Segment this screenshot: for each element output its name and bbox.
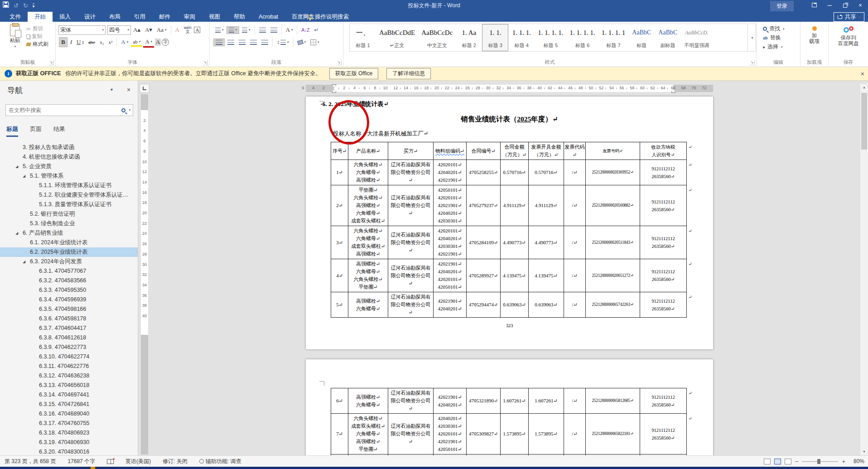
ribbon-tab-设计[interactable]: 设计 bbox=[77, 12, 102, 22]
document-page-1[interactable]: ·6. 2. 2025年业绩统计表↵ 销售业绩统计表（2025年度）↵ 投标人名… bbox=[306, 97, 713, 349]
search-options-chevron-icon[interactable]: ▾ bbox=[129, 108, 130, 112]
restore-button[interactable] bbox=[837, 0, 853, 12]
styles-dialog-launcher-icon[interactable]: ↘ bbox=[750, 60, 755, 65]
nav-heading-item[interactable]: 6.3.13. 4704656018 bbox=[0, 381, 138, 390]
close-button[interactable]: × bbox=[853, 0, 868, 12]
ribbon-tab-文件[interactable]: 文件 bbox=[3, 12, 28, 22]
accessibility-status[interactable]: 辅助功能: 调查 bbox=[199, 458, 241, 465]
line-spacing-button[interactable]: ↕▾ bbox=[275, 38, 291, 46]
clear-formatting-button[interactable]: A bbox=[174, 25, 181, 34]
character-shading-button[interactable]: A bbox=[155, 39, 161, 46]
ribbon-tab-开始[interactable]: 开始 bbox=[28, 12, 53, 22]
nav-heading-item[interactable]: 6.3.6. 4704598178 bbox=[0, 314, 138, 324]
nav-tab-结果[interactable]: 结果 bbox=[53, 125, 65, 137]
bold-button[interactable]: B bbox=[59, 37, 68, 47]
nav-heading-item[interactable]: 5.1.2. 职业健康安全管理体系认证… bbox=[0, 190, 138, 200]
expand-triangle-icon[interactable]: ◢ bbox=[15, 228, 18, 238]
enclose-characters-button[interactable]: 字 bbox=[162, 39, 169, 46]
nav-heading-item[interactable]: 6.3.11. 4704622776 bbox=[0, 362, 138, 371]
proofing-errors-icon[interactable] bbox=[107, 459, 114, 464]
subscript-button[interactable]: x₂ bbox=[98, 39, 106, 46]
page-count-status[interactable]: 第 323 页，共 658 页 bbox=[5, 458, 56, 465]
shrink-font-button[interactable]: A▾ bbox=[143, 25, 154, 34]
nav-heading-item[interactable]: 6.3.18. 4704806923 bbox=[0, 428, 138, 438]
copy-button[interactable]: 复制 bbox=[26, 33, 48, 40]
nav-heading-item[interactable]: ◢5. 企业资质 bbox=[0, 162, 138, 171]
paste-button[interactable]: 粘贴 ▾ bbox=[5, 24, 25, 57]
zoom-percentage[interactable]: 80% bbox=[849, 458, 864, 464]
zoom-slider[interactable] bbox=[802, 461, 838, 462]
share-button[interactable]: 共享 ▾ bbox=[834, 12, 864, 22]
expand-triangle-icon[interactable]: ◢ bbox=[23, 257, 25, 266]
style-item[interactable]: 一、标题 1 bbox=[350, 24, 376, 51]
tell-me-search[interactable]: 操作说明搜索 bbox=[308, 12, 349, 22]
style-item[interactable]: 1. 1.标题 3 bbox=[482, 24, 508, 51]
addins-button[interactable]: 加 载项 bbox=[800, 26, 828, 44]
style-item[interactable]: 1. 1. 1. 1.标题 6 bbox=[567, 24, 598, 51]
learn-more-button[interactable]: 了解详细信息 bbox=[386, 68, 431, 79]
change-case-button[interactable]: Aa▾ bbox=[155, 25, 169, 34]
nav-heading-item[interactable]: 6.3.12. 4704636238 bbox=[0, 371, 138, 381]
nav-heading-item[interactable]: 6.3.10. 4704622774 bbox=[0, 352, 138, 362]
ribbon-tab-引用[interactable]: 引用 bbox=[127, 12, 152, 22]
minimize-button[interactable]: ─ bbox=[822, 0, 837, 12]
style-item[interactable]: AaBbCcDdE↵正文 bbox=[376, 24, 418, 51]
show-marks-button[interactable]: ↵ bbox=[312, 26, 320, 34]
increase-indent-button[interactable] bbox=[269, 27, 279, 34]
style-item[interactable]: AaBbCcDc中文正文 bbox=[418, 24, 456, 51]
style-item[interactable]: AaBbC副标题 bbox=[655, 24, 681, 51]
zoom-out-icon[interactable]: − bbox=[795, 458, 799, 465]
align-center-button[interactable] bbox=[226, 39, 236, 46]
vertical-scrollbar[interactable]: ▴ ▾ bbox=[860, 84, 868, 455]
grow-font-button[interactable]: A▴ bbox=[131, 25, 142, 34]
sort-button[interactable]: A↓Z bbox=[299, 27, 311, 34]
nav-heading-item[interactable]: 6.3.17. 4704760755 bbox=[0, 419, 138, 428]
nav-heading-item[interactable]: 6.3.2. 4704583566 bbox=[0, 276, 138, 285]
tab-selector-icon[interactable] bbox=[140, 84, 149, 93]
ribbon-tab-视图[interactable]: 视图 bbox=[202, 12, 227, 22]
expand-triangle-icon[interactable]: ◢ bbox=[23, 171, 25, 181]
ribbon-tab-审阅[interactable]: 审阅 bbox=[177, 12, 202, 22]
nav-heading-item[interactable]: 6.1. 2024年业绩统计表 bbox=[0, 238, 138, 247]
character-border-button[interactable]: A bbox=[194, 27, 200, 33]
distribute-button[interactable] bbox=[260, 39, 270, 46]
format-painter-button[interactable]: 格式刷 bbox=[26, 41, 48, 48]
nav-heading-item[interactable]: 6.3.4. 4704596939 bbox=[0, 295, 138, 305]
login-button[interactable]: 登录 bbox=[770, 1, 794, 11]
nav-heading-item[interactable]: 6.3.8. 4704612618 bbox=[0, 333, 138, 343]
replace-button[interactable]: ab替换 bbox=[763, 34, 785, 42]
phonetic-guide-button[interactable]: wén 文 bbox=[182, 25, 193, 35]
strikethrough-button[interactable]: abc bbox=[87, 39, 97, 46]
ribbon-tab-布局[interactable]: 布局 bbox=[102, 12, 127, 22]
clipboard-dialog-launcher-icon[interactable]: ↘ bbox=[49, 60, 54, 65]
word-count-status[interactable]: 17687 个字 bbox=[68, 458, 95, 465]
align-right-button[interactable] bbox=[237, 39, 247, 46]
nav-heading-item[interactable]: 6.3.16. 4704689040 bbox=[0, 409, 138, 419]
decrease-indent-button[interactable] bbox=[257, 27, 268, 34]
document-page-2[interactable]: 6↵高强螺栓↵ 六角螺母↵辽河石油勘探局有 限公司物资分公司↵42021901↵… bbox=[306, 359, 713, 455]
expand-triangle-icon[interactable]: ◢ bbox=[15, 162, 18, 171]
multilevel-list-button[interactable]: ▾ bbox=[240, 27, 252, 34]
asian-layout-button[interactable]: A▾ bbox=[284, 25, 295, 34]
search-input[interactable] bbox=[6, 107, 121, 113]
bullets-button[interactable]: ▾ bbox=[213, 27, 226, 34]
font-name-combo[interactable]: 宋体▾ bbox=[58, 25, 106, 35]
nav-heading-item[interactable]: 6.3.7. 4704604417 bbox=[0, 324, 138, 333]
read-mode-view-icon[interactable] bbox=[764, 459, 771, 464]
numbering-button[interactable]: ▾ bbox=[227, 26, 240, 34]
text-effects-button[interactable]: A▾ bbox=[119, 38, 130, 47]
superscript-button[interactable]: x² bbox=[107, 39, 115, 46]
nav-heading-item[interactable]: 6.3.1. 4704577067 bbox=[0, 266, 138, 276]
style-item[interactable]: 1. 1. 1.标题 4 bbox=[508, 24, 535, 51]
nav-tab-标题[interactable]: 标题 bbox=[6, 125, 18, 137]
style-item[interactable]: AaBbCcD.不明显强调 bbox=[681, 24, 712, 51]
warning-close-icon[interactable]: × bbox=[861, 70, 864, 77]
scrollbar-thumb[interactable] bbox=[861, 93, 867, 150]
nav-heading-item[interactable]: 6.3.9. 4704622773 bbox=[0, 343, 138, 352]
nav-heading-item[interactable]: 3. 投标人告知承诺函 bbox=[0, 143, 138, 152]
ribbon-tab-Acrobat[interactable]: Acrobat bbox=[252, 12, 285, 22]
paragraph-dialog-launcher-icon[interactable]: ↘ bbox=[337, 60, 342, 65]
nav-heading-item[interactable]: 6.3.5. 4704598166 bbox=[0, 305, 138, 314]
style-item[interactable]: AaBbC标题 bbox=[628, 24, 655, 51]
italic-button[interactable]: I bbox=[68, 38, 74, 47]
